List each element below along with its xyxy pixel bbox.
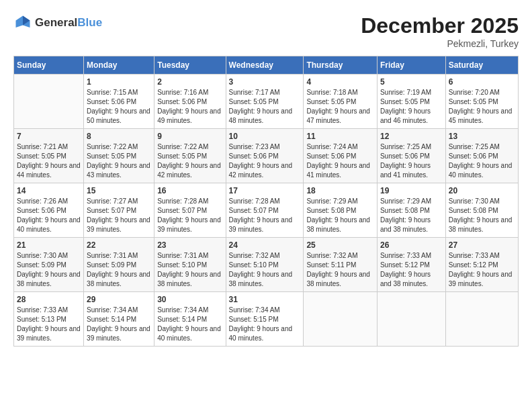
- day-info: Sunrise: 7:33 AMSunset: 5:13 PMDaylight:…: [17, 306, 81, 342]
- day-info: Sunrise: 7:34 AMSunset: 5:14 PMDaylight:…: [87, 306, 150, 342]
- day-info: Sunrise: 7:34 AMSunset: 5:15 PMDaylight:…: [229, 306, 293, 342]
- calendar-cell: [377, 292, 445, 347]
- title-block: December 2025 Pekmezli, Turkey: [361, 13, 519, 49]
- location: Pekmezli, Turkey: [361, 38, 519, 49]
- day-number: 24: [229, 240, 301, 250]
- day-number: 1: [87, 77, 151, 87]
- calendar-cell: 15 Sunrise: 7:27 AMSunset: 5:07 PMDaylig…: [84, 183, 154, 238]
- day-number: 13: [449, 132, 515, 141]
- calendar-week-2: 7 Sunrise: 7:21 AMSunset: 5:05 PMDayligh…: [14, 129, 519, 183]
- calendar-cell: 7 Sunrise: 7:21 AMSunset: 5:05 PMDayligh…: [14, 129, 84, 183]
- day-number: 2: [157, 77, 222, 87]
- day-info: Sunrise: 7:33 AMSunset: 5:12 PMDaylight:…: [380, 252, 431, 287]
- day-number: 28: [17, 295, 81, 304]
- day-info: Sunrise: 7:32 AMSunset: 5:10 PMDaylight:…: [229, 252, 293, 287]
- calendar-cell: 31 Sunrise: 7:34 AMSunset: 5:15 PMDaylig…: [226, 292, 304, 347]
- day-number: 9: [157, 132, 222, 141]
- calendar-cell: 26 Sunrise: 7:33 AMSunset: 5:12 PMDaylig…: [377, 238, 445, 292]
- calendar-cell: 12 Sunrise: 7:25 AMSunset: 5:06 PMDaylig…: [377, 129, 445, 183]
- day-number: 30: [157, 295, 222, 304]
- calendar-cell: 1 Sunrise: 7:15 AMSunset: 5:06 PMDayligh…: [84, 75, 154, 129]
- calendar-cell: [445, 292, 518, 347]
- logo: GeneralBlue: [13, 13, 102, 32]
- day-info: Sunrise: 7:27 AMSunset: 5:07 PMDaylight:…: [87, 197, 150, 233]
- calendar-cell: [304, 292, 378, 347]
- day-number: 18: [306, 186, 374, 195]
- calendar-cell: 17 Sunrise: 7:28 AMSunset: 5:07 PMDaylig…: [226, 183, 304, 238]
- day-info: Sunrise: 7:15 AMSunset: 5:06 PMDaylight:…: [87, 89, 150, 124]
- header-thursday: Thursday: [304, 56, 378, 75]
- day-info: Sunrise: 7:29 AMSunset: 5:08 PMDaylight:…: [380, 197, 431, 233]
- day-info: Sunrise: 7:30 AMSunset: 5:08 PMDaylight:…: [449, 197, 513, 233]
- day-info: Sunrise: 7:21 AMSunset: 5:05 PMDaylight:…: [17, 143, 81, 179]
- day-number: 15: [87, 186, 151, 195]
- day-info: Sunrise: 7:25 AMSunset: 5:06 PMDaylight:…: [449, 143, 513, 179]
- day-info: Sunrise: 7:19 AMSunset: 5:05 PMDaylight:…: [380, 89, 431, 124]
- calendar-cell: 25 Sunrise: 7:32 AMSunset: 5:11 PMDaylig…: [304, 238, 378, 292]
- calendar-cell: 14 Sunrise: 7:26 AMSunset: 5:06 PMDaylig…: [14, 183, 84, 238]
- header-sunday: Sunday: [14, 56, 84, 75]
- calendar-cell: 10 Sunrise: 7:23 AMSunset: 5:06 PMDaylig…: [226, 129, 304, 183]
- calendar-cell: 30 Sunrise: 7:34 AMSunset: 5:14 PMDaylig…: [154, 292, 226, 347]
- day-number: 19: [380, 186, 443, 195]
- day-info: Sunrise: 7:24 AMSunset: 5:06 PMDaylight:…: [306, 143, 370, 179]
- calendar-cell: 28 Sunrise: 7:33 AMSunset: 5:13 PMDaylig…: [14, 292, 84, 347]
- calendar-cell: 27 Sunrise: 7:33 AMSunset: 5:12 PMDaylig…: [445, 238, 518, 292]
- day-number: 10: [229, 132, 301, 141]
- day-info: Sunrise: 7:31 AMSunset: 5:09 PMDaylight:…: [87, 252, 150, 287]
- day-number: 12: [380, 132, 443, 141]
- day-info: Sunrise: 7:22 AMSunset: 5:05 PMDaylight:…: [87, 143, 150, 179]
- calendar-cell: 2 Sunrise: 7:16 AMSunset: 5:06 PMDayligh…: [154, 75, 226, 129]
- day-info: Sunrise: 7:34 AMSunset: 5:14 PMDaylight:…: [157, 306, 221, 342]
- page-header: GeneralBlue December 2025 Pekmezli, Turk…: [13, 13, 519, 49]
- day-info: Sunrise: 7:23 AMSunset: 5:06 PMDaylight:…: [229, 143, 293, 179]
- day-info: Sunrise: 7:28 AMSunset: 5:07 PMDaylight:…: [229, 197, 293, 233]
- calendar-cell: 6 Sunrise: 7:20 AMSunset: 5:05 PMDayligh…: [445, 75, 518, 129]
- calendar-cell: 9 Sunrise: 7:22 AMSunset: 5:05 PMDayligh…: [154, 129, 226, 183]
- day-info: Sunrise: 7:16 AMSunset: 5:06 PMDaylight:…: [157, 89, 221, 124]
- day-number: 25: [306, 240, 374, 250]
- day-number: 20: [449, 186, 515, 195]
- day-number: 11: [306, 132, 374, 141]
- day-info: Sunrise: 7:17 AMSunset: 5:05 PMDaylight:…: [229, 89, 293, 124]
- calendar-week-5: 28 Sunrise: 7:33 AMSunset: 5:13 PMDaylig…: [14, 292, 519, 347]
- calendar-cell: 18 Sunrise: 7:29 AMSunset: 5:08 PMDaylig…: [304, 183, 378, 238]
- calendar-cell: 16 Sunrise: 7:28 AMSunset: 5:07 PMDaylig…: [154, 183, 226, 238]
- logo-general: GeneralBlue: [35, 16, 102, 30]
- calendar-cell: 24 Sunrise: 7:32 AMSunset: 5:10 PMDaylig…: [226, 238, 304, 292]
- calendar-cell: 13 Sunrise: 7:25 AMSunset: 5:06 PMDaylig…: [445, 129, 518, 183]
- day-number: 27: [449, 240, 515, 250]
- day-number: 29: [87, 295, 151, 304]
- day-number: 16: [157, 186, 222, 195]
- day-info: Sunrise: 7:33 AMSunset: 5:12 PMDaylight:…: [449, 252, 513, 287]
- day-number: 17: [229, 186, 301, 195]
- calendar-cell: 11 Sunrise: 7:24 AMSunset: 5:06 PMDaylig…: [304, 129, 378, 183]
- header-wednesday: Wednesday: [226, 56, 304, 75]
- calendar-cell: 21 Sunrise: 7:30 AMSunset: 5:09 PMDaylig…: [14, 238, 84, 292]
- day-number: 5: [380, 77, 443, 87]
- day-number: 21: [17, 240, 81, 250]
- day-number: 7: [17, 132, 81, 141]
- header-saturday: Saturday: [445, 56, 518, 75]
- calendar-cell: [14, 75, 84, 129]
- logo-icon: [13, 13, 32, 32]
- calendar-cell: 23 Sunrise: 7:31 AMSunset: 5:10 PMDaylig…: [154, 238, 226, 292]
- day-number: 6: [449, 77, 515, 87]
- day-number: 26: [380, 240, 443, 250]
- day-number: 22: [87, 240, 151, 250]
- day-info: Sunrise: 7:26 AMSunset: 5:06 PMDaylight:…: [17, 197, 81, 233]
- day-info: Sunrise: 7:25 AMSunset: 5:06 PMDaylight:…: [380, 143, 431, 179]
- calendar-cell: 29 Sunrise: 7:34 AMSunset: 5:14 PMDaylig…: [84, 292, 154, 347]
- calendar-cell: 20 Sunrise: 7:30 AMSunset: 5:08 PMDaylig…: [445, 183, 518, 238]
- day-number: 8: [87, 132, 151, 141]
- day-info: Sunrise: 7:20 AMSunset: 5:05 PMDaylight:…: [449, 89, 513, 124]
- calendar-cell: 22 Sunrise: 7:31 AMSunset: 5:09 PMDaylig…: [84, 238, 154, 292]
- calendar-cell: 3 Sunrise: 7:17 AMSunset: 5:05 PMDayligh…: [226, 75, 304, 129]
- day-info: Sunrise: 7:29 AMSunset: 5:08 PMDaylight:…: [306, 197, 370, 233]
- day-number: 3: [229, 77, 301, 87]
- day-info: Sunrise: 7:30 AMSunset: 5:09 PMDaylight:…: [17, 252, 81, 287]
- day-info: Sunrise: 7:22 AMSunset: 5:05 PMDaylight:…: [157, 143, 221, 179]
- calendar-header-row: SundayMondayTuesdayWednesdayThursdayFrid…: [14, 56, 519, 75]
- header-tuesday: Tuesday: [154, 56, 226, 75]
- calendar-week-3: 14 Sunrise: 7:26 AMSunset: 5:06 PMDaylig…: [14, 183, 519, 238]
